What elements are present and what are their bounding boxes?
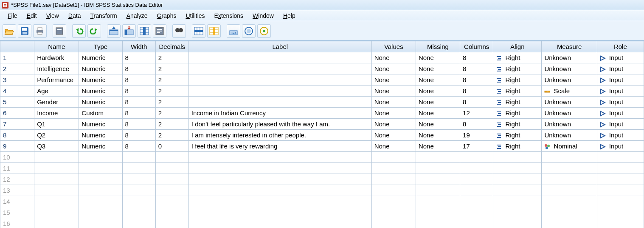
cell-values[interactable]: None xyxy=(371,119,416,130)
redo-icon[interactable] xyxy=(87,24,101,38)
find-icon[interactable] xyxy=(172,24,186,38)
cell-decimals[interactable]: 2 xyxy=(155,52,188,63)
cell-decimals[interactable]: 2 xyxy=(155,108,188,119)
cell-measure[interactable]: Nominal xyxy=(542,141,597,152)
cell-type[interactable]: Numeric xyxy=(79,52,122,63)
header-align[interactable]: Align xyxy=(493,41,542,52)
cell-type[interactable]: Numeric xyxy=(79,97,122,108)
cell-role[interactable]: Input xyxy=(597,141,644,152)
save-icon[interactable] xyxy=(18,24,31,38)
open-icon[interactable] xyxy=(3,24,16,38)
cell-measure[interactable]: Scale xyxy=(542,86,597,97)
cell-columns[interactable]: 19 xyxy=(460,130,493,141)
cell-name[interactable]: Intelligence xyxy=(34,63,79,74)
insert-variable-icon[interactable] xyxy=(207,24,221,38)
cell-missing[interactable]: None xyxy=(416,74,460,86)
cell-label[interactable] xyxy=(188,97,371,108)
cell-columns[interactable]: 8 xyxy=(460,63,493,74)
menu-graphs[interactable]: Graphs xyxy=(153,11,181,20)
cell-align[interactable]: Right xyxy=(493,141,542,152)
row-number[interactable]: 9 xyxy=(0,141,34,152)
cell-missing[interactable]: None xyxy=(416,130,460,141)
datagrid[interactable]: Name Type Width Decimals Label Values Mi… xyxy=(0,41,644,228)
cell-label[interactable]: I don't feel particularly pleased with t… xyxy=(188,119,371,130)
print-icon[interactable] xyxy=(33,24,47,38)
menu-analyze[interactable]: Analyze xyxy=(122,11,152,20)
cell-label[interactable]: I feel that life is very rewarding xyxy=(188,141,371,152)
cell-missing[interactable]: None xyxy=(416,52,460,63)
cell-role[interactable]: Input xyxy=(597,130,644,141)
cell-align[interactable]: Right xyxy=(493,119,542,130)
header-decimals[interactable]: Decimals xyxy=(155,41,188,52)
cell-name[interactable]: Hardwork xyxy=(34,52,79,63)
weight-cases-icon[interactable] xyxy=(242,24,256,38)
recall-dialog-icon[interactable] xyxy=(53,24,66,38)
menu-file[interactable]: File xyxy=(3,11,22,20)
cell-decimals[interactable]: 2 xyxy=(155,74,188,86)
run-descriptives-icon[interactable] xyxy=(153,24,166,38)
cell-columns[interactable]: 8 xyxy=(460,97,493,108)
menu-help[interactable]: Help xyxy=(279,11,300,20)
cell-width[interactable]: 8 xyxy=(122,97,155,108)
goto-variable-icon[interactable] xyxy=(122,24,136,38)
variables-icon[interactable] xyxy=(138,24,151,38)
row-number[interactable]: 16 xyxy=(0,218,34,228)
row-number[interactable]: 12 xyxy=(0,174,34,185)
cell-values[interactable]: None xyxy=(371,63,416,74)
cell-label[interactable]: I am intensely interested in other peopl… xyxy=(188,130,371,141)
cell-values[interactable]: None xyxy=(371,74,416,86)
cell-align[interactable]: Right xyxy=(493,52,542,63)
cell-decimals[interactable]: 2 xyxy=(155,86,188,97)
cell-missing[interactable]: None xyxy=(416,63,460,74)
cell-align[interactable]: Right xyxy=(493,130,542,141)
cell-name[interactable]: Age xyxy=(34,86,79,97)
cell-values[interactable]: None xyxy=(371,108,416,119)
header-name[interactable]: Name xyxy=(34,41,79,52)
cell-type[interactable]: Numeric xyxy=(79,130,122,141)
row-number[interactable]: 10 xyxy=(0,152,34,163)
cell-align[interactable]: Right xyxy=(493,108,542,119)
corner-cell[interactable] xyxy=(0,41,34,52)
row-number[interactable]: 6 xyxy=(0,108,34,119)
cell-values[interactable]: None xyxy=(371,130,416,141)
row-number[interactable]: 8 xyxy=(0,130,34,141)
select-cases-icon[interactable] xyxy=(257,24,271,38)
cell-width[interactable]: 8 xyxy=(122,86,155,97)
menu-view[interactable]: View xyxy=(42,11,63,20)
cell-measure[interactable]: Unknown xyxy=(542,63,597,74)
cell-type[interactable]: Numeric xyxy=(79,141,122,152)
cell-label[interactable] xyxy=(188,86,371,97)
cell-decimals[interactable]: 2 xyxy=(155,63,188,74)
cell-decimals[interactable]: 2 xyxy=(155,119,188,130)
cell-align[interactable]: Right xyxy=(493,74,542,86)
row-number[interactable]: 4 xyxy=(0,86,34,97)
cell-decimals[interactable]: 2 xyxy=(155,97,188,108)
row-number[interactable]: 1 xyxy=(0,52,34,63)
header-label[interactable]: Label xyxy=(188,41,371,52)
cell-type[interactable]: Custom xyxy=(79,108,122,119)
cell-role[interactable]: Input xyxy=(597,119,644,130)
header-type[interactable]: Type xyxy=(79,41,122,52)
cell-label[interactable] xyxy=(188,74,371,86)
menu-edit[interactable]: Edit xyxy=(22,11,41,20)
cell-role[interactable]: Input xyxy=(597,86,644,97)
cell-values[interactable]: None xyxy=(371,141,416,152)
cell-role[interactable]: Input xyxy=(597,97,644,108)
insert-cases-icon[interactable] xyxy=(192,24,205,38)
cell-columns[interactable]: 17 xyxy=(460,141,493,152)
header-role[interactable]: Role xyxy=(597,41,644,52)
cell-label[interactable]: Income in Indian Currency xyxy=(188,108,371,119)
header-width[interactable]: Width xyxy=(122,41,155,52)
split-file-icon[interactable]: 1▸4 xyxy=(227,24,240,38)
cell-measure[interactable]: Unknown xyxy=(542,74,597,86)
cell-columns[interactable]: 8 xyxy=(460,86,493,97)
cell-width[interactable]: 8 xyxy=(122,74,155,86)
cell-type[interactable]: Numeric xyxy=(79,63,122,74)
cell-values[interactable]: None xyxy=(371,97,416,108)
cell-missing[interactable]: None xyxy=(416,108,460,119)
cell-width[interactable]: 8 xyxy=(122,119,155,130)
cell-measure[interactable]: Unknown xyxy=(542,108,597,119)
cell-columns[interactable]: 8 xyxy=(460,119,493,130)
menu-extensions[interactable]: Extensions xyxy=(210,11,248,20)
cell-width[interactable]: 8 xyxy=(122,130,155,141)
